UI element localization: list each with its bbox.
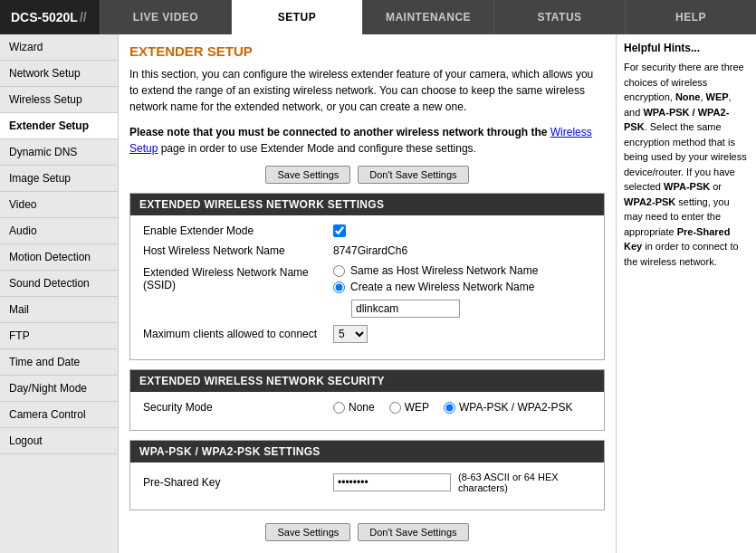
security-wpa-label: WPA-PSK / WPA2-PSK (459, 401, 573, 414)
sidebar-item-motion-detection[interactable]: Motion Detection (0, 244, 118, 271)
host-network-value: 8747GirardCh6 (333, 244, 407, 257)
tab-live-video[interactable]: LIVE VIDEO (100, 0, 231, 34)
sidebar: Wizard Network Setup Wireless Setup Exte… (0, 34, 119, 553)
sidebar-item-sound-detection[interactable]: Sound Detection (0, 271, 118, 297)
tab-maintenance[interactable]: MAINTENANCE (362, 0, 493, 34)
security-wpa-option: WPA-PSK / WPA2-PSK (444, 401, 573, 414)
ssid-input[interactable] (351, 300, 460, 318)
hints-panel: Helpful Hints... For security there are … (616, 34, 756, 553)
tab-setup[interactable]: SETUP (231, 0, 362, 34)
sidebar-item-logout[interactable]: Logout (0, 428, 118, 454)
hints-title: Helpful Hints... (624, 42, 749, 54)
dont-save-settings-button-bottom[interactable]: Don't Save Settings (358, 523, 468, 541)
sidebar-item-wizard[interactable]: Wizard (0, 34, 118, 61)
top-nav: DCS-5020L// LIVE VIDEO SETUP MAINTENANCE… (0, 0, 756, 34)
security-wep-option: WEP (389, 401, 429, 414)
ssid-option2-row: Create a new Wireless Network Name (333, 281, 538, 293)
sidebar-item-camera-control[interactable]: Camera Control (0, 402, 118, 428)
wpa-block: WPA-PSK / WPA2-PSK SETTINGS Pre-Shared K… (129, 440, 605, 510)
extended-network-block: EXTENDED WIRELESS NETWORK SETTINGS Enabl… (129, 193, 605, 360)
main-layout: Wizard Network Setup Wireless Setup Exte… (0, 34, 756, 553)
desc2-bold: Please note that you must be connected t… (129, 126, 550, 138)
save-settings-button-bottom[interactable]: Save Settings (265, 523, 350, 541)
enable-extender-row: Enable Extender Mode (143, 224, 591, 237)
security-mode-label: Security Mode (143, 401, 333, 414)
psk-label: Pre-Shared Key (143, 476, 333, 489)
enable-extender-label: Enable Extender Mode (143, 224, 333, 237)
ssid-new-radio[interactable] (333, 281, 345, 293)
max-clients-label: Maximum clients allowed to connect (143, 328, 333, 340)
ssid-row: Extended Wireless Network Name (SSID) Sa… (143, 264, 591, 318)
sidebar-item-day-night[interactable]: Day/Night Mode (0, 376, 118, 402)
security-none-label: None (349, 401, 375, 414)
content-area: EXTENDER SETUP In this section, you can … (119, 34, 616, 553)
max-clients-row: Maximum clients allowed to connect 5 10 … (143, 325, 591, 343)
sidebar-item-video[interactable]: Video (0, 192, 118, 218)
sidebar-item-ftp[interactable]: FTP (0, 323, 118, 349)
description-1: In this section, you can configure the w… (129, 66, 605, 115)
ssid-option2-label: Create a new Wireless Network Name (350, 281, 534, 293)
logo-text: DCS-5020L (11, 10, 78, 24)
ssid-option1-row: Same as Host Wireless Network Name (333, 264, 538, 277)
enable-extender-checkbox[interactable] (333, 224, 346, 237)
hints-text: For security there are three choices of … (624, 60, 749, 269)
sidebar-item-mail[interactable]: Mail (0, 297, 118, 323)
extended-network-body: Enable Extender Mode Host Wireless Netwo… (130, 215, 604, 359)
ssid-same-radio[interactable] (333, 265, 345, 277)
security-wep-label: WEP (405, 401, 429, 414)
sidebar-item-network-setup[interactable]: Network Setup (0, 61, 118, 87)
extended-network-header: EXTENDED WIRELESS NETWORK SETTINGS (130, 194, 604, 215)
sidebar-item-wireless-setup[interactable]: Wireless Setup (0, 87, 118, 113)
ssid-options: Same as Host Wireless Network Name Creat… (333, 264, 538, 318)
sidebar-item-image-setup[interactable]: Image Setup (0, 166, 118, 192)
psk-row: Pre-Shared Key (8-63 ASCII or 64 HEX cha… (143, 472, 591, 493)
page-title: EXTENDER SETUP (129, 43, 605, 59)
host-network-row: Host Wireless Network Name 8747GirardCh6 (143, 244, 591, 257)
ssid-option1-label: Same as Host Wireless Network Name (350, 264, 538, 277)
sidebar-item-dynamic-dns[interactable]: Dynamic DNS (0, 139, 118, 166)
tab-help[interactable]: HELP (625, 0, 756, 34)
security-wpa-radio[interactable] (444, 402, 455, 414)
security-none-radio[interactable] (333, 402, 345, 414)
psk-hint: (8-63 ASCII or 64 HEX characters) (458, 472, 591, 493)
security-body: Security Mode None WEP WPA-PSK / WPA2 (130, 392, 604, 430)
logo-slashes: // (80, 10, 87, 24)
security-none-option: None (333, 401, 375, 414)
security-header: EXTENDED WIRELESS NETWORK SECURITY (130, 370, 604, 392)
sidebar-item-time-date[interactable]: Time and Date (0, 349, 118, 376)
security-options: None WEP WPA-PSK / WPA2-PSK (333, 401, 573, 414)
desc2-post: page in order to use Extender Mode and c… (158, 142, 476, 155)
wpa-header: WPA-PSK / WPA2-PSK SETTINGS (130, 441, 604, 462)
security-block: EXTENDED WIRELESS NETWORK SECURITY Secur… (129, 369, 605, 431)
sidebar-item-extender-setup[interactable]: Extender Setup (0, 113, 118, 139)
bottom-buttons: Save Settings Don't Save Settings (129, 523, 605, 541)
description-2: Please note that you must be connected t… (129, 124, 605, 157)
top-buttons: Save Settings Don't Save Settings (129, 166, 605, 184)
ssid-input-container (351, 300, 538, 318)
security-wep-radio[interactable] (389, 402, 401, 414)
save-settings-button-top[interactable]: Save Settings (265, 166, 350, 184)
psk-input[interactable] (333, 473, 451, 491)
security-mode-row: Security Mode None WEP WPA-PSK / WPA2 (143, 401, 591, 414)
logo: DCS-5020L// (0, 0, 100, 34)
tab-status[interactable]: STATUS (493, 0, 625, 34)
sidebar-item-audio[interactable]: Audio (0, 218, 118, 244)
ssid-label: Extended Wireless Network Name (SSID) (143, 264, 333, 291)
dont-save-settings-button-top[interactable]: Don't Save Settings (358, 166, 468, 184)
wpa-body: Pre-Shared Key (8-63 ASCII or 64 HEX cha… (130, 462, 604, 510)
host-network-label: Host Wireless Network Name (143, 244, 333, 257)
max-clients-select[interactable]: 5 10 15 20 (333, 325, 368, 343)
